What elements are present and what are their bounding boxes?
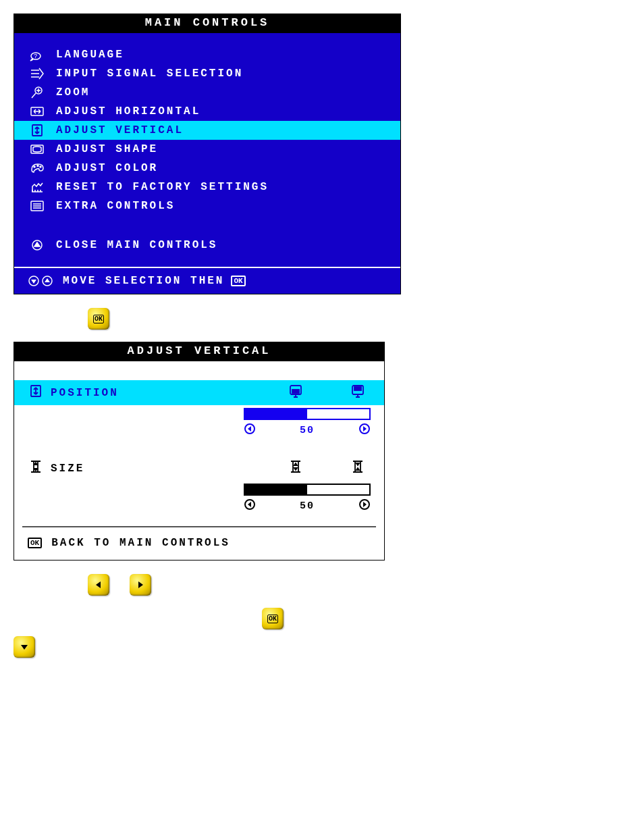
- position-slider[interactable]: [244, 408, 371, 420]
- menu-label: EXTRA CONTROLS: [56, 200, 175, 212]
- av-item-position[interactable]: POSITION: [14, 380, 384, 405]
- menu-item-input-signal[interactable]: INPUT SIGNAL SELECTION: [14, 64, 400, 83]
- adj-horiz-icon: [28, 105, 47, 118]
- size-expand-icon: [350, 460, 365, 477]
- back-to-main[interactable]: OK BACK TO MAIN CONTROLS: [14, 527, 384, 560]
- menu-label: ZOOM: [56, 86, 90, 99]
- size-value: 50: [300, 500, 315, 512]
- position-icon: [28, 384, 44, 402]
- adjust-vertical-title: ADJUST VERTICAL: [14, 342, 384, 361]
- menu-item-close[interactable]: CLOSE MAIN CONTROLS: [14, 236, 400, 255]
- position-down-icon: [288, 384, 303, 401]
- menu-item-adjust-shape[interactable]: ADJUST SHAPE: [14, 140, 400, 159]
- reset-icon: [28, 180, 47, 194]
- down-button[interactable]: [14, 636, 35, 658]
- size-icon: [28, 459, 44, 477]
- menu-item-adjust-color[interactable]: ADJUST COLOR: [14, 159, 400, 178]
- arrow-left-icon[interactable]: [244, 498, 256, 514]
- main-controls-panel: MAIN CONTROLS ? LANGUAGE INPUT SIGNAL SE…: [14, 14, 401, 294]
- adjust-vertical-panel: ADJUST VERTICAL POSITION: [14, 342, 385, 561]
- ok-icon: OK: [231, 276, 245, 286]
- menu-label: LANGUAGE: [56, 49, 124, 61]
- hint-arrows-icon: [28, 275, 53, 287]
- left-button[interactable]: [88, 574, 109, 596]
- size-shrink-icon: [288, 460, 303, 477]
- language-icon: ?: [28, 48, 47, 61]
- adj-color-icon: [28, 161, 47, 175]
- size-label: SIZE: [51, 463, 288, 475]
- hint-text: MOVE SELECTION THEN OK: [63, 275, 246, 287]
- ok-button[interactable]: OK: [88, 308, 109, 330]
- svg-point-6: [34, 166, 35, 167]
- arrow-right-icon[interactable]: [358, 423, 371, 438]
- arrow-left-icon[interactable]: [244, 423, 256, 438]
- hint-bar: MOVE SELECTION THEN OK: [14, 267, 400, 294]
- svg-point-8: [40, 166, 41, 167]
- position-value: 50: [300, 425, 315, 436]
- menu-label: RESET TO FACTORY SETTINGS: [56, 181, 269, 193]
- menu-item-language[interactable]: ? LANGUAGE: [14, 45, 400, 64]
- input-icon: [28, 67, 47, 80]
- position-label: POSITION: [51, 387, 288, 399]
- ok-button[interactable]: OK: [262, 608, 284, 629]
- svg-rect-15: [292, 390, 299, 393]
- menu-label: CLOSE MAIN CONTROLS: [56, 239, 217, 251]
- menu-item-reset-factory[interactable]: RESET TO FACTORY SETTINGS: [14, 178, 400, 197]
- adjust-vertical-body: POSITION 50: [14, 361, 384, 560]
- menu-item-extra-controls[interactable]: EXTRA CONTROLS: [14, 197, 400, 215]
- position-up-icon: [350, 384, 365, 401]
- menu-label: INPUT SIGNAL SELECTION: [56, 68, 243, 80]
- menu-label: ADJUST VERTICAL: [56, 124, 184, 136]
- menu-item-adjust-vertical[interactable]: ADJUST VERTICAL: [14, 121, 400, 140]
- menu-label: ADJUST SHAPE: [56, 143, 158, 155]
- main-controls-body: ? LANGUAGE INPUT SIGNAL SELECTION ZOOM A…: [14, 33, 400, 294]
- ok-icon: OK: [28, 538, 42, 548]
- arrow-right-icon[interactable]: [358, 498, 371, 514]
- menu-label: ADJUST COLOR: [56, 162, 158, 174]
- back-label: BACK TO MAIN CONTROLS: [51, 537, 230, 549]
- svg-point-7: [37, 165, 38, 167]
- size-slider[interactable]: [244, 484, 371, 496]
- menu-label: ADJUST HORIZONTAL: [56, 105, 200, 118]
- adj-vert-icon: [28, 124, 47, 137]
- adj-shape-icon: [28, 142, 47, 156]
- main-controls-title: MAIN CONTROLS: [14, 14, 400, 33]
- svg-text:?: ?: [34, 53, 37, 60]
- position-slider-row: 50: [14, 405, 384, 441]
- menu-item-zoom[interactable]: ZOOM: [14, 83, 400, 102]
- svg-rect-17: [354, 387, 361, 390]
- right-button[interactable]: [130, 574, 151, 596]
- av-item-size[interactable]: SIZE: [14, 456, 384, 481]
- menu-item-adjust-horizontal[interactable]: ADJUST HORIZONTAL: [14, 102, 400, 121]
- size-slider-row: 50: [14, 481, 384, 517]
- zoom-icon: [28, 86, 47, 99]
- extra-icon: [28, 199, 47, 213]
- close-icon: [28, 238, 47, 252]
